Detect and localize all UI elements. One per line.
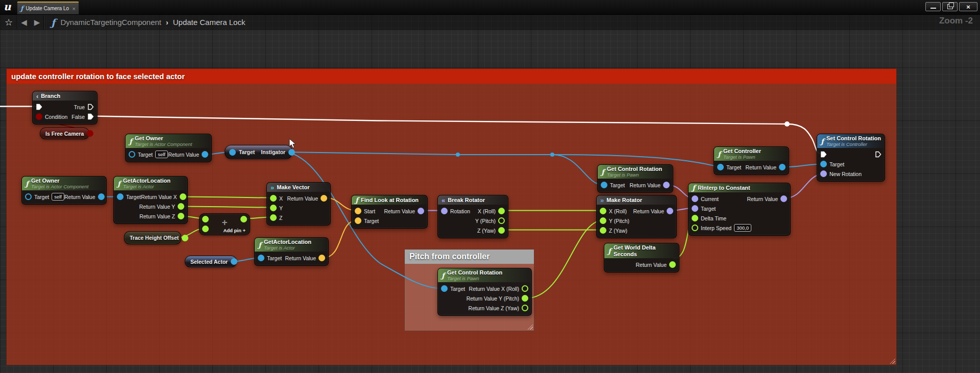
favorite-star-icon[interactable]: ☆ — [5, 17, 13, 28]
object-pin[interactable] — [779, 164, 786, 170]
minimize-button[interactable] — [925, 2, 941, 11]
float-pin[interactable] — [522, 295, 528, 302]
rotator-pin[interactable] — [441, 208, 448, 214]
node-subtitle: Target is Pawn — [723, 155, 761, 160]
add-pin-button[interactable]: Add pin + — [223, 228, 246, 233]
function-icon: ƒ — [718, 151, 721, 158]
bool-pin[interactable] — [36, 113, 42, 120]
float-pin[interactable] — [180, 193, 186, 200]
float-pin[interactable] — [498, 217, 505, 224]
rotator-pin[interactable] — [692, 195, 698, 202]
node-is-free-camera[interactable]: Is Free Camera — [40, 128, 89, 139]
rotator-pin[interactable] — [692, 205, 698, 212]
node-break-rotator[interactable]: «Break RotatorRotationX (Roll)Y (Pitch)Z… — [437, 195, 508, 238]
exec-pin[interactable] — [875, 151, 881, 158]
node-get-actor-location-2[interactable]: ƒGetActorLocationTarget is ActorTargetRe… — [254, 237, 329, 266]
object-pin[interactable] — [229, 149, 236, 156]
node-make-vector[interactable]: »Make VectorXReturn ValueYZ — [266, 182, 331, 226]
node-get-world-delta-seconds[interactable]: ƒGet World Delta SecondsReturn Value — [604, 243, 679, 272]
node-selected-actor[interactable]: Selected Actor — [185, 256, 237, 267]
exec-pin[interactable] — [820, 151, 827, 158]
vector-pin[interactable] — [355, 208, 361, 214]
restore-button[interactable] — [942, 2, 958, 11]
float-pin[interactable] — [498, 227, 505, 234]
breadcrumb-current[interactable]: Update Camera Lock — [173, 18, 246, 27]
node-get-control-rotation-pitch[interactable]: ƒGet Control RotationTarget is PawnTarge… — [437, 268, 532, 316]
object-pin[interactable] — [601, 182, 607, 188]
pin-label: Return Value Z — [139, 213, 175, 219]
vector-pin[interactable] — [321, 195, 327, 202]
object-pin[interactable] — [258, 255, 264, 261]
exec-pin[interactable] — [87, 113, 94, 120]
float-pin[interactable] — [270, 214, 277, 221]
float-pin[interactable] — [182, 235, 188, 241]
object-pin[interactable] — [288, 149, 295, 156]
float-pin[interactable] — [600, 208, 606, 214]
forward-arrow-icon[interactable]: ▶ — [34, 18, 40, 27]
object-pin[interactable] — [717, 164, 724, 170]
node-make-rotator[interactable]: »Make RotatorX (Roll)Return ValueY (Pitc… — [596, 195, 677, 238]
float-pin[interactable] — [498, 208, 505, 214]
float-pin[interactable] — [669, 261, 676, 268]
pin-label: Target — [138, 152, 153, 158]
float-pin[interactable] — [202, 226, 209, 232]
float-pin[interactable] — [178, 203, 184, 210]
float-pin[interactable] — [600, 227, 606, 234]
object-pin[interactable] — [820, 161, 827, 167]
float-pin[interactable] — [692, 215, 698, 221]
node-title: Branch — [41, 93, 60, 100]
float-pin[interactable] — [692, 225, 698, 231]
float-pin[interactable] — [202, 216, 209, 222]
node-instigator[interactable]: TargetInstigator — [225, 145, 292, 159]
exec-pin[interactable] — [36, 104, 42, 110]
node-get-owner-top[interactable]: ƒGet OwnerTarget is Actor ComponentTarge… — [125, 134, 212, 162]
float-pin[interactable] — [270, 195, 277, 202]
tab-close-icon[interactable]: × — [72, 6, 76, 12]
vector-pin[interactable] — [318, 255, 325, 261]
rotator-pin[interactable] — [418, 208, 424, 214]
bool-pin[interactable] — [87, 130, 93, 137]
close-button[interactable]: × — [959, 2, 977, 11]
pin-label: X (Roll) — [609, 208, 627, 214]
float-pin[interactable] — [522, 285, 528, 292]
object-pin[interactable] — [231, 258, 237, 265]
back-arrow-icon[interactable]: ◀ — [21, 18, 27, 27]
pin-value-box[interactable]: self — [155, 151, 168, 158]
pin-value-box[interactable]: 300,0 — [734, 224, 751, 232]
node-title: Get Control Rotation — [607, 166, 662, 172]
object-pin[interactable] — [441, 285, 448, 292]
function-icon: ƒ — [258, 241, 261, 248]
node-add-float[interactable]: +Add pin + — [199, 213, 250, 235]
rotator-pin[interactable] — [820, 170, 827, 177]
object-pin[interactable] — [98, 193, 105, 200]
object-pin[interactable] — [129, 151, 135, 158]
object-pin[interactable] — [117, 193, 124, 200]
node-get-actor-location-1[interactable]: ƒGetActorLocationTarget is ActorTargetRe… — [113, 176, 188, 224]
window-title-bar[interactable]: u ƒ Update Camera Lo × × — [0, 0, 980, 15]
exec-pin[interactable] — [87, 104, 94, 110]
node-trace-height-offset[interactable]: Trace Height Offset — [124, 231, 181, 244]
float-pin[interactable] — [522, 305, 528, 311]
tab-update-camera-lock[interactable]: ƒ Update Camera Lo × — [17, 2, 79, 14]
vector-pin[interactable] — [355, 217, 361, 224]
node-set-control-rotation[interactable]: ƒSet Control RotationTarget is Controlle… — [817, 134, 885, 182]
node-get-owner-left[interactable]: ƒGet OwnerTarget is Actor ComponentTarge… — [21, 176, 107, 205]
object-pin[interactable] — [25, 193, 32, 200]
float-pin[interactable] — [178, 213, 184, 219]
node-get-controller[interactable]: ƒGet ControllerTarget is PawnTargetRetur… — [714, 146, 789, 175]
rotator-pin[interactable] — [780, 195, 787, 202]
rotator-pin[interactable] — [667, 208, 673, 214]
rotator-pin[interactable] — [663, 182, 670, 188]
node-get-control-rotation-top[interactable]: ƒGet Control RotationTarget is PawnTarge… — [597, 164, 673, 193]
pin-label: Return Value — [64, 194, 95, 200]
float-pin[interactable] — [270, 205, 277, 211]
node-find-look-at-rotation[interactable]: ƒFind Look at RotationStartReturn ValueT… — [351, 195, 428, 229]
breadcrumb-parent[interactable]: DynamicTargetingComponent — [60, 18, 161, 27]
node-rinterp-to-constant[interactable]: ƒRInterp to ConstantCurrentReturn ValueT… — [688, 183, 791, 236]
float-pin[interactable] — [600, 217, 606, 224]
pin-value-box[interactable]: self — [52, 193, 64, 201]
float-pin[interactable] — [240, 216, 247, 222]
object-pin[interactable] — [202, 151, 208, 158]
node-title: Make Rotator — [606, 197, 642, 204]
node-branch[interactable]: ‹BranchTrueConditionFalse — [32, 91, 97, 125]
